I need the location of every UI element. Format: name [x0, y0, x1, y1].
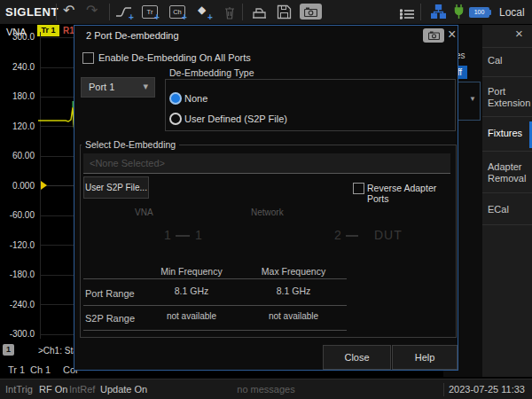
gridline: [40, 334, 74, 335]
network-icon[interactable]: [431, 4, 446, 22]
port-select-value: Port 1: [89, 82, 114, 92]
gridline: [40, 215, 74, 216]
trace-plot: [38, 99, 75, 137]
y-axis-label: -300.0: [0, 329, 35, 339]
plus-badge: +: [207, 13, 213, 22]
table-cell: 8.1 GHz: [261, 286, 326, 296]
recall-open-icon[interactable]: [251, 4, 268, 23]
user-s2p-file-button[interactable]: User S2P File...: [83, 176, 149, 199]
sidebar-divider: [482, 192, 532, 193]
sidebar-item-port-extension[interactable]: Port Extension: [488, 86, 528, 109]
toolbar-divider: [242, 4, 243, 20]
toolbar-divider: [56, 4, 57, 20]
connector-line: [176, 235, 190, 237]
battery-tip: [489, 10, 491, 15]
brand-logo: SIGLENT: [5, 5, 59, 19]
enable-all-checkbox[interactable]: [82, 52, 94, 64]
radio-user-defined[interactable]: [169, 113, 182, 125]
gridline: [40, 275, 74, 276]
delete-trash-icon[interactable]: [223, 5, 236, 23]
table-row-label: Port Range: [85, 288, 135, 299]
y-axis-label: 60.00: [0, 151, 35, 160]
de-embedding-dialog: 2 Port De-embedding × Enable De-Embeddin…: [74, 25, 458, 371]
y-axis-label: 240.0: [0, 62, 35, 72]
radio-none-label: None: [184, 93, 207, 104]
plus-badge: +: [154, 13, 160, 22]
diagram-port1-right: 1: [195, 228, 202, 242]
table-cell: 8.1 GHz: [160, 286, 223, 296]
sidebar-divider: [482, 47, 532, 48]
gridline: [40, 97, 74, 98]
sidebar-item-adapter-removal[interactable]: Adapter Removal: [488, 161, 528, 184]
status-datetime: 2023-07-25 11:33: [449, 384, 525, 395]
add-channel-window-icon[interactable]: Ch +: [169, 5, 185, 19]
dialog-close-icon[interactable]: ×: [448, 28, 456, 41]
dialog-camera-button[interactable]: [423, 28, 444, 43]
gridline: [40, 245, 74, 246]
s2p-file-field[interactable]: <None Selected>: [83, 153, 450, 174]
redo-icon[interactable]: ↷: [86, 4, 98, 18]
channel-number-badge: 1: [3, 344, 14, 356]
y-axis-label: -240.0: [0, 300, 35, 309]
y-axis-label: 120.0: [0, 121, 35, 131]
sidebar-divider: [482, 224, 532, 225]
sidebar-divider: [482, 116, 532, 117]
close-button[interactable]: Close: [323, 345, 391, 370]
add-trace-window-icon[interactable]: Tr +: [142, 5, 158, 19]
gridline: [40, 156, 74, 157]
y-axis-label: -60.00: [0, 210, 35, 220]
toolbar-divider: [420, 4, 421, 20]
status-divider: [443, 383, 444, 396]
y-axis-label: 0.000: [0, 181, 35, 191]
reference-level-marker[interactable]: [41, 181, 47, 190]
table-cell: not available: [160, 311, 223, 321]
status-bar: IntTrig RF On IntRef Update On no messag…: [0, 379, 532, 399]
table-row-label: S2P Range: [85, 313, 135, 324]
reverse-ports-checkbox[interactable]: [353, 183, 364, 194]
dropdown-arrow-icon: ▼: [469, 95, 476, 103]
add-marker-icon[interactable]: ◆ +: [198, 4, 206, 16]
diagram-network-label: Network: [251, 207, 284, 217]
radio-user-defined-label: User Defined (S2P File): [184, 113, 287, 124]
vna-screen: SIGLENT ↶ ↷ + Tr + Ch + ◆ +: [0, 0, 532, 399]
table-header-min: Min Frequency: [160, 266, 223, 277]
menu-list-icon[interactable]: [400, 7, 414, 23]
power-plug-icon: [453, 4, 465, 23]
gridline: [40, 304, 74, 305]
table-divider: [83, 305, 347, 306]
chevron-down-icon: ▾: [143, 81, 148, 92]
select-group-label: Select De-Embedding: [82, 139, 179, 150]
y-axis-label: 180.0: [0, 91, 35, 101]
diagram-dut-label: DUT: [374, 228, 403, 242]
connector-line: [346, 235, 358, 237]
type-group-label: De-Embedding Type: [166, 67, 258, 78]
port-select-dropdown[interactable]: Port 1 ▾: [81, 77, 155, 98]
diamond-glyph: ◆: [198, 4, 206, 16]
sidebar-divider: [482, 151, 532, 152]
sidebar-item-cal[interactable]: Cal: [488, 55, 528, 66]
sidebar-close-icon[interactable]: ×: [515, 27, 523, 40]
undo-icon[interactable]: ↶: [63, 4, 74, 18]
save-icon[interactable]: [277, 4, 292, 23]
local-mode-label[interactable]: Local: [499, 6, 525, 19]
sidebar-item-ecal[interactable]: ECal: [488, 204, 528, 215]
y-axis-label: -120.0: [0, 240, 35, 250]
enable-all-label: Enable De-Embedding On All Ports: [98, 52, 251, 63]
plus-badge: +: [129, 13, 134, 22]
bottom-tab-trace[interactable]: Tr 1: [8, 364, 25, 375]
battery-level: 100: [469, 7, 489, 18]
table-divider: [83, 330, 347, 331]
table-cell: not available: [261, 311, 326, 321]
bottom-tab-channel[interactable]: Ch 1: [30, 364, 51, 375]
screenshot-camera-button[interactable]: [300, 4, 322, 20]
diagram-vna-label: VNA: [135, 207, 153, 217]
help-button[interactable]: Help: [392, 345, 458, 370]
toolbar-divider: [109, 4, 110, 20]
radio-none[interactable]: [169, 92, 182, 105]
sidebar-item-fixtures[interactable]: Fixtures: [488, 128, 528, 139]
table-divider: [83, 278, 347, 279]
add-trace-curve-icon[interactable]: +: [115, 4, 133, 22]
y-axis-label: -180.0: [0, 270, 35, 279]
reverse-ports-label: Reverse Adapter Ports: [367, 183, 458, 204]
y-axis-label: 300.0: [0, 32, 35, 42]
